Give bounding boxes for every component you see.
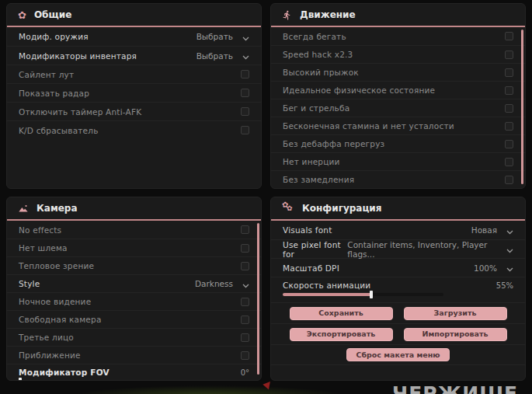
row-label: Тепловое зрение xyxy=(19,261,94,270)
row-speed-hack: Speed hack x2.3 xyxy=(271,45,525,63)
row-run-and-shoot: Бег и стрельба xyxy=(271,99,525,117)
slider-label-row: Модификатор FOV0° xyxy=(19,368,249,377)
row-label: Высокий прыжок xyxy=(283,68,359,77)
load-button[interactable]: Загрузить xyxy=(404,307,507,320)
row-label: Use pixel font for xyxy=(283,240,347,259)
row-style: StyleDarkness xyxy=(7,274,261,292)
row-zoom: Приближение xyxy=(7,346,261,364)
row-label: Нет инерции xyxy=(283,157,340,166)
panel-title: Камера xyxy=(37,203,78,214)
row-label: No effects xyxy=(19,225,61,235)
panel-camera-header[interactable]: Камера xyxy=(7,197,261,221)
row-no-slowdown: Без замедления xyxy=(271,170,525,188)
mod-menu-screen: ✿ Общие Модиф. оружияВыбратьМодификаторы… xyxy=(0,0,532,394)
panel-title: Движение xyxy=(300,9,356,20)
flower-gear-icon: ✿ xyxy=(18,10,26,20)
row-disable-anti-afk: Отключить таймер Anti-AFK xyxy=(7,102,261,120)
row-label: Третье лицо xyxy=(19,333,74,342)
fov-modifier-value: 0° xyxy=(241,368,249,377)
kd-resetter-checkbox[interactable] xyxy=(241,126,249,134)
gears-icon: ✿✿ xyxy=(282,203,294,214)
row-label: Без замедления xyxy=(283,175,354,184)
always-run-checkbox[interactable] xyxy=(505,32,513,40)
panel-general-header[interactable]: ✿ Общие xyxy=(7,4,261,27)
row-high-jump: Высокий прыжок xyxy=(271,63,525,81)
export-button[interactable]: Экспортировать xyxy=(290,328,393,341)
weapon-mod-dropdown[interactable]: Выбрать xyxy=(196,30,249,44)
panel-camera: Камера No effectsНет шлемаТепловое зрени… xyxy=(6,197,262,381)
no-effects-checkbox[interactable] xyxy=(241,225,249,234)
row-inventory-mods: Модификаторы инвентаряВыбрать xyxy=(7,46,261,65)
thermal-vision-checkbox[interactable] xyxy=(241,262,249,270)
row-label: Нет шлема xyxy=(19,243,68,253)
perfect-condition-checkbox[interactable] xyxy=(505,86,513,95)
movement-scrollbar[interactable] xyxy=(521,30,523,184)
row-label: Отключить таймер Anti-AFK xyxy=(19,107,141,117)
dpi-scale-dropdown[interactable]: 100% xyxy=(474,260,513,275)
row-label: Сайлент лут xyxy=(19,70,74,79)
row-label: K/D сбрасыватель xyxy=(19,126,99,135)
inventory-mods-dropdown[interactable]: Выбрать xyxy=(196,48,249,63)
no-helmet-checkbox[interactable] xyxy=(241,244,249,253)
panels-grid: ✿ Общие Модиф. оружияВыбратьМодификаторы… xyxy=(6,3,526,381)
row-pixel-font-for: Use pixel font forContainer items, Inven… xyxy=(271,239,525,258)
chevron-down-icon xyxy=(242,277,249,291)
reset-menu-layout-button[interactable]: Сброс макета меню xyxy=(346,348,450,361)
free-camera-checkbox[interactable] xyxy=(241,316,249,324)
panel-title: Общие xyxy=(34,9,71,20)
camera-scrollbar[interactable] xyxy=(257,223,259,375)
row-label: Бег и стрельба xyxy=(283,103,349,113)
config-buttons: СохранитьЗагрузить ЭкспортироватьИмпорти… xyxy=(271,302,525,365)
zoom-checkbox[interactable] xyxy=(241,351,249,360)
runner-icon xyxy=(282,10,292,20)
slider-thumb[interactable] xyxy=(370,291,373,298)
slider-label-row: Скорость анимации55% xyxy=(283,281,513,290)
slider-fill xyxy=(283,293,371,296)
panel-config-header[interactable]: ✿✿ Конфигурация xyxy=(271,197,525,221)
no-overload-debuff-checkbox[interactable] xyxy=(505,140,513,148)
chevron-down-icon xyxy=(242,48,249,63)
style-dropdown[interactable]: Darkness xyxy=(195,277,249,291)
row-visuals-font: Visuals fontНовая xyxy=(271,221,525,239)
mountains-icon xyxy=(18,204,29,214)
panel-movement-header[interactable]: Движение xyxy=(271,4,525,27)
row-perfect-condition: Идеальное физическое состояние xyxy=(271,81,525,99)
watermark-text: ЧЕРЖИШЕ xyxy=(392,382,518,394)
import-button[interactable]: Импортировать xyxy=(404,328,507,341)
animation-speed-value: 55% xyxy=(496,281,513,290)
disable-anti-afk-checkbox[interactable] xyxy=(241,107,249,116)
row-label: Без дебаффа перегруз xyxy=(283,139,384,148)
infinite-stamina-checkbox[interactable] xyxy=(505,122,513,131)
high-jump-checkbox[interactable] xyxy=(505,68,513,77)
pixel-font-for-dropdown[interactable]: Container items, Inventory, Player flags… xyxy=(347,240,513,259)
third-person-checkbox[interactable] xyxy=(241,333,249,342)
row-kd-resetter: K/D сбрасыватель xyxy=(7,120,261,139)
row-no-inertia: Нет инерции xyxy=(271,152,525,170)
animation-speed-slider[interactable] xyxy=(283,293,443,296)
chevron-down-icon xyxy=(506,260,513,275)
panel-general: ✿ Общие Модиф. оружияВыбратьМодификаторы… xyxy=(6,3,262,189)
button-row-1: СохранитьЗагрузить xyxy=(271,302,525,323)
row-label: Скорость анимации xyxy=(283,281,370,290)
row-label: Приближение xyxy=(19,350,81,360)
row-no-overload-debuff: Без дебаффа перегруз xyxy=(271,134,525,152)
silent-loot-checkbox[interactable] xyxy=(241,70,249,78)
chevron-down-icon xyxy=(506,242,513,256)
green-glow xyxy=(74,385,346,394)
row-no-helmet: Нет шлема xyxy=(7,239,261,256)
no-inertia-checkbox[interactable] xyxy=(505,158,513,166)
row-label: Масштаб DPI xyxy=(283,263,339,273)
panel-general-rows: Модиф. оружияВыбратьМодификаторы инвента… xyxy=(7,27,261,139)
row-label: Всегда бегать xyxy=(283,32,346,41)
chevron-down-icon xyxy=(506,223,513,238)
night-vision-checkbox[interactable] xyxy=(241,298,249,306)
show-radar-checkbox[interactable] xyxy=(241,89,249,97)
button-row-2: ЭкспортироватьИмпортировать xyxy=(271,323,525,344)
row-always-run: Всегда бегать xyxy=(271,27,525,45)
save-button[interactable]: Сохранить xyxy=(290,307,393,320)
row-weapon-mod: Модиф. оружияВыбрать xyxy=(7,27,261,46)
speed-hack-checkbox[interactable] xyxy=(505,51,513,59)
visuals-font-dropdown[interactable]: Новая xyxy=(471,223,513,238)
run-and-shoot-checkbox[interactable] xyxy=(505,104,513,113)
no-slowdown-checkbox[interactable] xyxy=(505,176,513,184)
